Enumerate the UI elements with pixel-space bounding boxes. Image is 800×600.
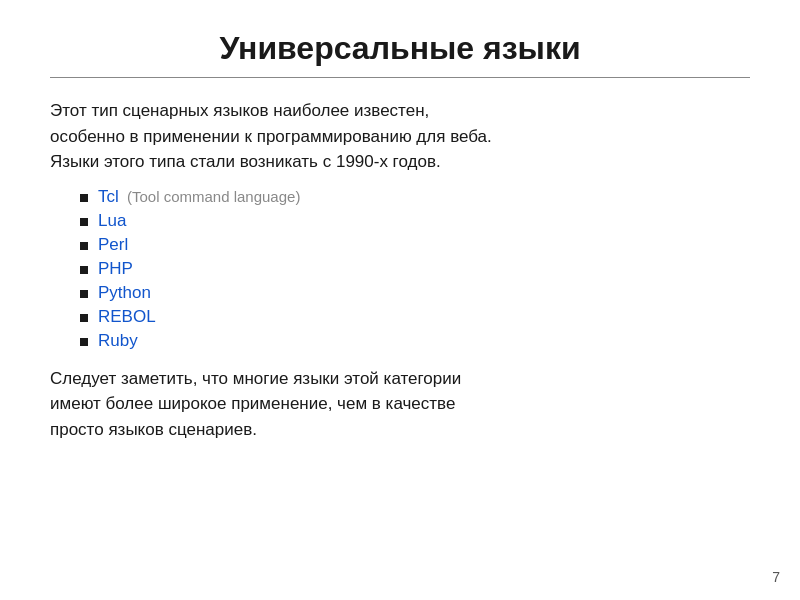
list-item: REBOL: [80, 307, 750, 327]
page-number: 7: [772, 569, 780, 585]
language-rebol[interactable]: REBOL: [98, 307, 156, 327]
list-item: Tcl (Tool command language): [80, 187, 750, 207]
list-item: Lua: [80, 211, 750, 231]
language-ruby[interactable]: Ruby: [98, 331, 138, 351]
list-item: Python: [80, 283, 750, 303]
languages-list: Tcl (Tool command language) Lua Perl PHP…: [80, 187, 750, 351]
bullet-icon: [80, 242, 88, 250]
footer-paragraph: Следует заметить, что многие языки этой …: [50, 366, 750, 443]
bullet-icon: [80, 218, 88, 226]
slide-title: Универсальные языки: [50, 30, 750, 67]
language-lua[interactable]: Lua: [98, 211, 126, 231]
language-tcl-note: (Tool command language): [123, 188, 301, 205]
list-item: PHP: [80, 259, 750, 279]
bullet-icon: [80, 338, 88, 346]
language-tcl[interactable]: Tcl: [98, 187, 119, 207]
bullet-icon: [80, 194, 88, 202]
bullet-icon: [80, 266, 88, 274]
intro-paragraph: Этот тип сценарных языков наиболее извес…: [50, 98, 750, 175]
title-divider: [50, 77, 750, 78]
slide: Универсальные языки Этот тип сценарных я…: [0, 0, 800, 600]
list-item: Ruby: [80, 331, 750, 351]
language-php[interactable]: PHP: [98, 259, 133, 279]
list-item: Perl: [80, 235, 750, 255]
language-perl[interactable]: Perl: [98, 235, 128, 255]
bullet-icon: [80, 290, 88, 298]
language-python[interactable]: Python: [98, 283, 151, 303]
bullet-icon: [80, 314, 88, 322]
